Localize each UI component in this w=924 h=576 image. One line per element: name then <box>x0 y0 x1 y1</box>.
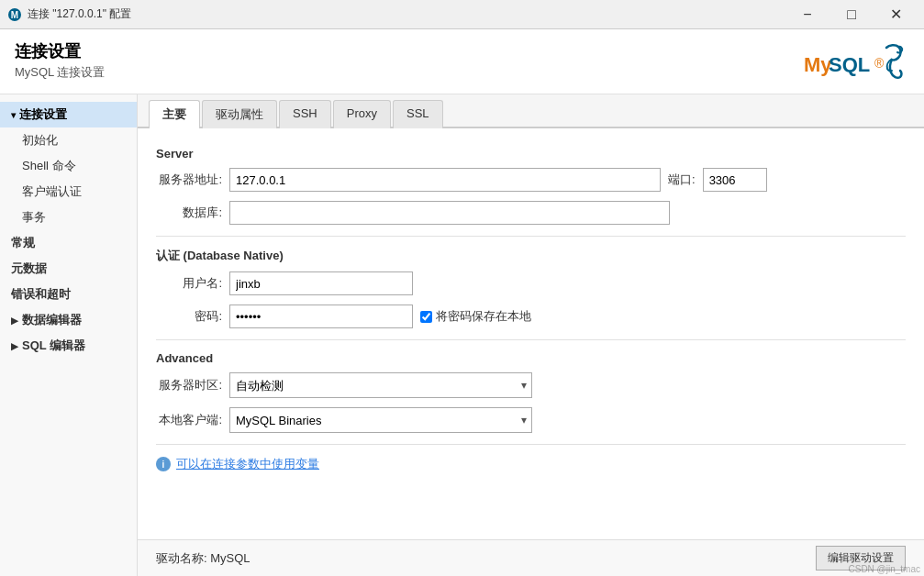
tab-main[interactable]: 主要 <box>149 100 200 128</box>
page-title: 连接设置 <box>15 40 105 62</box>
title-bar-left: M 连接 "127.0.0.1" 配置 <box>7 6 131 22</box>
divider-2 <box>156 339 906 340</box>
port-label: 端口: <box>668 172 696 188</box>
watermark: CSDN @jin_tmac <box>848 564 920 574</box>
divider-1 <box>156 236 906 237</box>
advanced-section-title: Advanced <box>156 351 906 365</box>
svg-text:M: M <box>11 10 18 20</box>
tab-ssh[interactable]: SSH <box>279 100 331 128</box>
sidebar-item-data-editor[interactable]: ▶ 数据编辑器 <box>0 307 137 333</box>
password-row: 密码: 将密码保存在本地 <box>156 305 906 328</box>
driver-info: 驱动名称: MySQL <box>156 550 250 567</box>
username-row: 用户名: <box>156 271 906 295</box>
local-client-select[interactable]: MySQL Binaries None <box>229 407 532 433</box>
save-password-row: 将密码保存在本地 <box>420 308 531 325</box>
title-bar: M 连接 "127.0.0.1" 配置 − □ ✕ <box>0 0 924 29</box>
right-panel: 主要 驱动属性 SSH Proxy SSL Server 服务器地址: 端口: <box>138 94 924 576</box>
save-password-label: 将密码保存在本地 <box>436 308 531 325</box>
tab-proxy[interactable]: Proxy <box>333 100 391 128</box>
window-controls: − □ ✕ <box>786 1 917 28</box>
server-address-label: 服务器地址: <box>156 172 222 188</box>
sidebar-item-shell[interactable]: Shell 命令 <box>0 153 137 179</box>
page-subtitle: MySQL 连接设置 <box>15 64 105 81</box>
database-input[interactable] <box>229 201 670 225</box>
tab-ssl[interactable]: SSL <box>393 100 443 128</box>
sidebar-item-transaction[interactable]: 事务 <box>0 205 137 230</box>
info-row: i 可以在连接参数中使用变量 <box>156 456 906 472</box>
divider-3 <box>156 444 906 445</box>
sidebar-item-error-timeout[interactable]: 错误和超时 <box>0 282 137 307</box>
chevron-down-icon: ▾ <box>11 110 16 120</box>
local-client-row: 本地客户端: MySQL Binaries None <box>156 407 906 433</box>
window-title: 连接 "127.0.0.1" 配置 <box>28 6 131 22</box>
database-label: 数据库: <box>156 205 222 221</box>
server-section-title: Server <box>156 147 906 161</box>
info-icon: i <box>156 457 171 471</box>
sidebar-item-client-auth[interactable]: 客户端认证 <box>0 179 137 205</box>
content-area: ▾ 连接设置 初始化 Shell 命令 客户端认证 事务 常规 元数据 错误 <box>0 94 924 576</box>
tab-bar: 主要 驱动属性 SSH Proxy SSL <box>138 94 924 128</box>
header: 连接设置 MySQL 连接设置 My SQL ® <box>0 29 924 94</box>
chevron-right-icon: ▶ <box>11 316 18 326</box>
header-left: 连接设置 MySQL 连接设置 <box>15 40 105 81</box>
info-link[interactable]: 可以在连接参数中使用变量 <box>176 456 319 472</box>
server-address-row: 服务器地址: 端口: <box>156 168 906 192</box>
svg-point-2 <box>898 48 900 50</box>
mysql-logo: My SQL ® <box>799 40 909 86</box>
close-button[interactable]: ✕ <box>874 1 917 28</box>
auth-section-title: 认证 (Database Native) <box>156 248 906 264</box>
sidebar: ▾ 连接设置 初始化 Shell 命令 客户端认证 事务 常规 元数据 错误 <box>0 94 138 576</box>
main-container: 连接设置 MySQL 连接设置 My SQL ® ▾ 连接设置 <box>0 29 924 576</box>
timezone-select-wrapper: 自动检测 UTC Asia/Shanghai <box>229 372 532 398</box>
sidebar-item-sql-editor[interactable]: ▶ SQL 编辑器 <box>0 333 137 359</box>
password-input[interactable] <box>229 305 413 328</box>
mysql-logo-svg: My SQL ® <box>799 40 909 86</box>
svg-text:SQL: SQL <box>829 53 870 76</box>
server-address-input[interactable] <box>229 168 661 192</box>
form-area: Server 服务器地址: 端口: 数据库: 认证 (Database <box>138 128 924 539</box>
chevron-right-icon-2: ▶ <box>11 341 18 351</box>
sidebar-item-connection-settings[interactable]: ▾ 连接设置 <box>0 102 137 127</box>
timezone-label: 服务器时区: <box>156 377 222 393</box>
maximize-button[interactable]: □ <box>830 1 873 28</box>
timezone-select[interactable]: 自动检测 UTC Asia/Shanghai <box>229 372 532 398</box>
username-label: 用户名: <box>156 275 222 292</box>
local-client-select-wrapper: MySQL Binaries None <box>229 407 532 433</box>
bottom-bar: 驱动名称: MySQL 编辑驱动设置 <box>138 539 924 576</box>
svg-text:®: ® <box>874 56 885 71</box>
app-icon: M <box>7 7 22 22</box>
local-client-label: 本地客户端: <box>156 412 222 428</box>
sidebar-item-metadata[interactable]: 元数据 <box>0 256 137 282</box>
sidebar-item-init[interactable]: 初始化 <box>0 127 137 153</box>
timezone-row: 服务器时区: 自动检测 UTC Asia/Shanghai <box>156 372 906 398</box>
tab-driver-props[interactable]: 驱动属性 <box>202 100 277 128</box>
sidebar-item-general[interactable]: 常规 <box>0 230 137 256</box>
username-input[interactable] <box>229 271 413 295</box>
save-password-checkbox[interactable] <box>420 311 432 323</box>
port-input[interactable] <box>703 168 767 192</box>
minimize-button[interactable]: − <box>786 1 829 28</box>
password-label: 密码: <box>156 308 222 325</box>
database-row: 数据库: <box>156 201 906 225</box>
